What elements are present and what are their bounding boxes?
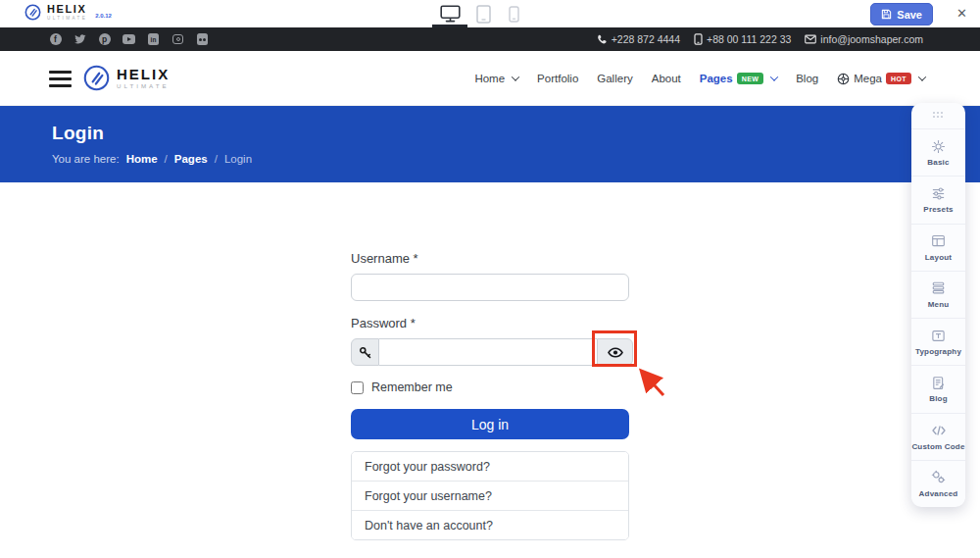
social-icons: f p in [49,33,209,46]
helix-logo: HELIX ULTIMATE 2.0.12 [24,4,112,21]
register-link[interactable]: Don't have an account? [352,510,628,539]
layout-icon [931,233,946,249]
save-floppy-icon [881,9,892,20]
mobile-phone-icon [694,33,703,45]
forgot-password-link[interactable]: Forgot your password? [352,452,628,481]
chevron-down-icon [770,73,778,80]
remember-me: Remember me [351,380,633,394]
mega-wheel-icon [837,73,850,85]
flickr-icon[interactable] [196,33,209,46]
breadcrumb-pages-link[interactable]: Pages [174,153,208,165]
menu-item-mega[interactable]: Mega HOT [837,73,925,85]
instagram-icon[interactable] [172,33,184,46]
hot-badge: HOT [886,73,911,84]
site-logo[interactable]: HELIX ULTIMATE [83,65,170,91]
password-input[interactable] [379,338,597,366]
forgot-username-link[interactable]: Forgot your username? [352,481,628,510]
email-address: info@joomshaper.com [820,33,923,45]
new-badge: NEW [737,73,764,84]
device-mobile-button[interactable] [499,0,528,27]
menu-rows-icon [931,280,946,296]
close-icon[interactable]: ✕ [956,5,967,22]
remember-me-label: Remember me [371,380,453,394]
page-header: Login You are here: Home / Pages / Login [0,106,980,182]
breadcrumb-home-link[interactable]: Home [126,153,158,165]
version-label: 2.0.12 [95,13,112,19]
linkedin-icon[interactable]: in [147,33,160,46]
breadcrumb-label: You are here: [52,153,120,165]
menu-item-gallery[interactable]: Gallery [597,73,632,84]
mobile-contact[interactable]: +88 00 111 222 33 [694,33,791,45]
drag-dots-icon [933,112,945,120]
mobile-number: +88 00 111 222 33 [707,33,791,45]
gear-icon [931,138,946,154]
login-links: Forgot your password? Forgot your userna… [351,451,629,540]
save-label: Save [897,9,922,21]
code-icon [931,423,947,438]
main-menu: Home Portfolio Gallery About Pages NEW B… [474,51,925,106]
contact-info: +228 872 4444 +88 00 111 222 33 info@joo… [597,33,923,45]
customizer-panel: Basic Presets Layout [911,103,965,507]
hamburger-menu-icon[interactable] [49,71,72,87]
panel-item-custom-code[interactable]: Custom Code [911,413,965,460]
blog-document-icon [931,375,946,390]
phone-contact[interactable]: +228 872 4444 [597,33,680,45]
username-label: Username * [351,251,633,266]
site-navbar: HELIX ULTIMATE Home Portfolio Gallery Ab… [0,51,980,106]
save-button[interactable]: Save [870,3,933,25]
panel-item-presets[interactable]: Presets [911,176,965,223]
breadcrumb-separator: / [215,153,218,165]
tablet-icon [476,5,491,24]
mobile-icon [509,6,519,23]
page-title: Login [52,123,980,144]
panel-item-typography[interactable]: Typography [911,318,965,365]
pinterest-icon[interactable]: p [98,33,111,46]
phone-icon [597,34,608,45]
facebook-icon[interactable]: f [49,33,62,46]
panel-item-blog[interactable]: Blog [911,365,965,412]
breadcrumb-current: Login [224,153,252,165]
remember-me-checkbox[interactable] [351,381,364,394]
brand-name: HELIX [47,4,87,15]
chevron-down-icon [918,73,926,80]
helix-logo-icon [24,4,41,21]
panel-drag-handle[interactable] [911,103,965,128]
customizer-window: HELIX ULTIMATE 2.0.12 [0,0,980,558]
menu-item-blog[interactable]: Blog [796,73,818,84]
breadcrumb: You are here: Home / Pages / Login [52,153,980,165]
login-form: Username * Password * Remember me [351,251,633,540]
breadcrumb-separator: / [165,153,168,165]
phone-number: +228 872 4444 [612,33,680,45]
email-contact[interactable]: info@joomshaper.com [805,33,923,45]
email-icon [805,34,816,44]
password-label: Password * [351,316,633,330]
sliders-icon [931,185,946,201]
preview-topbar: f p in [0,27,980,51]
site-brand-name: HELIX [117,67,170,81]
menu-item-portfolio[interactable]: Portfolio [537,73,578,84]
device-desktop-button[interactable] [432,0,467,27]
menu-item-pages[interactable]: Pages NEW [700,73,777,84]
menu-item-home[interactable]: Home [474,73,518,84]
site-brand-subtitle: ULTIMATE [117,83,170,89]
panel-item-menu[interactable]: Menu [911,271,965,318]
twitter-icon[interactable] [74,33,86,46]
helix-circle-icon [83,65,110,91]
device-tablet-button[interactable] [467,0,499,27]
panel-item-basic[interactable]: Basic [911,128,965,176]
annotation-highlight-box [592,330,637,367]
key-icon [359,346,371,359]
youtube-icon[interactable] [122,33,135,46]
login-button[interactable]: Log in [351,409,629,439]
panel-item-layout[interactable]: Layout [911,224,965,271]
gears-icon [931,470,946,485]
username-input[interactable] [351,274,629,301]
panel-item-advanced[interactable]: Advanced [911,460,965,507]
annotation-arrow [633,364,670,399]
menu-item-about[interactable]: About [652,73,681,84]
password-group [351,338,633,366]
device-switcher [432,0,528,27]
typography-icon [931,328,946,343]
brand-subtitle: ULTIMATE [47,17,87,22]
key-addon [351,338,379,366]
